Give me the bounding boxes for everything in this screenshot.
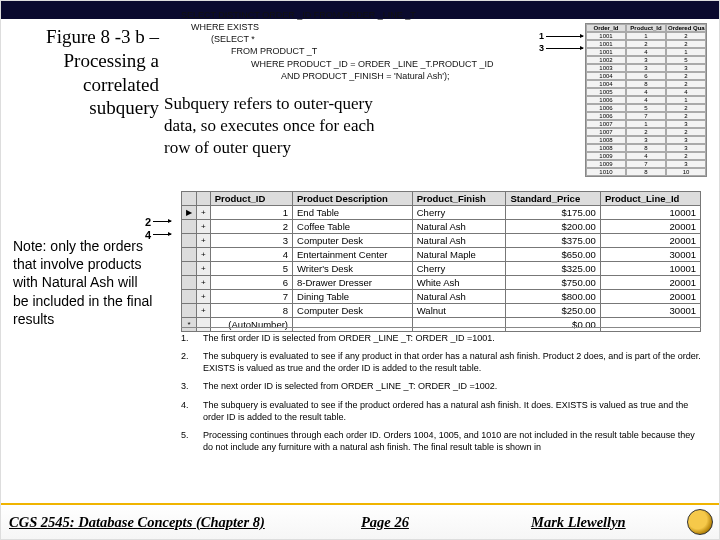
footer-page: Page 26: [361, 514, 531, 531]
table-cell: Natural Ash: [412, 220, 506, 234]
expand-icon: +: [197, 248, 211, 262]
table-cell: $375.00: [506, 234, 600, 248]
table-cell: $750.00: [506, 276, 600, 290]
table-row: 100112: [586, 32, 706, 40]
table-cell: 4: [626, 88, 666, 96]
table-cell: 7: [626, 160, 666, 168]
table-cell: $200.00: [506, 220, 600, 234]
table-row: +68-Drawer DresserWhite Ash$750.0020001: [182, 276, 701, 290]
table-cell: 8: [626, 144, 666, 152]
step-text: The subquery is evaluated to see if the …: [203, 399, 701, 423]
table-cell: 1008: [586, 136, 626, 144]
table-cell: 8-Drawer Dresser: [293, 276, 413, 290]
table-cell: Natural Ash: [412, 290, 506, 304]
col-header: Product_Finish: [412, 192, 506, 206]
table-cell: 2: [626, 128, 666, 136]
table-cell: Cherry: [412, 262, 506, 276]
table-cell: 4: [210, 248, 292, 262]
table-cell: 10001: [600, 206, 700, 220]
table-cell: 1001: [586, 32, 626, 40]
table-cell: 4: [626, 152, 666, 160]
expand-icon: +: [197, 262, 211, 276]
step-text: The next order ID is selected from ORDER…: [203, 380, 497, 392]
expand-icon: +: [197, 304, 211, 318]
step-number: 4.: [181, 399, 195, 423]
expand-icon: +: [197, 206, 211, 220]
sql-line: WHERE PRODUCT _ID = ORDER _LINE _T.PRODU…: [181, 58, 561, 70]
sql-line: SELECT DISTINCT ORDER _ID FROM ORDER _LI…: [181, 9, 561, 21]
table-row: 100141: [586, 48, 706, 56]
table-cell: 3: [626, 64, 666, 72]
table-row: 100722: [586, 128, 706, 136]
table-cell: 2: [666, 128, 706, 136]
step-text: The subquery is evaluated to see if any …: [203, 350, 701, 374]
step-number: 3.: [181, 380, 195, 392]
row-selector: ▶: [182, 206, 197, 220]
table-row: 100713: [586, 120, 706, 128]
col-header: Product_Id: [626, 24, 666, 32]
table-cell: 7: [210, 290, 292, 304]
table-row: 100122: [586, 40, 706, 48]
row-selector: [182, 262, 197, 276]
slide-footer: CGS 2545: Database Concepts (Chapter 8) …: [1, 503, 720, 539]
figure-title: Figure 8 -3 b – Processing a correlated …: [11, 25, 159, 120]
table-row: 100973: [586, 160, 706, 168]
table-cell: Coffee Table: [293, 220, 413, 234]
table-cell: 1008: [586, 144, 626, 152]
step-item: 1.The first order ID is selected from OR…: [181, 332, 701, 344]
table-cell: Walnut: [412, 304, 506, 318]
table-cell: 1005: [586, 88, 626, 96]
sql-line: FROM PRODUCT _T: [181, 45, 561, 57]
footer-author: Mark Llewellyn: [531, 514, 687, 531]
table-cell: 3: [666, 64, 706, 72]
table-cell: 1003: [586, 64, 626, 72]
row-selector-header: [182, 192, 197, 206]
title-line: Processing a: [11, 49, 159, 73]
arrow-label: 1: [539, 31, 544, 41]
table-row: 100544: [586, 88, 706, 96]
row-selector: [182, 234, 197, 248]
table-cell: 8: [626, 80, 666, 88]
step-text: Processing continues through each order …: [203, 429, 701, 453]
table-row: 100833: [586, 136, 706, 144]
arrow-label: 3: [539, 43, 544, 53]
step-text: The first order ID is selected from ORDE…: [203, 332, 495, 344]
table-cell: Writer's Desk: [293, 262, 413, 276]
table-cell: 3: [666, 136, 706, 144]
table-cell: 8: [210, 304, 292, 318]
table-cell: 4: [666, 88, 706, 96]
table-row: 100462: [586, 72, 706, 80]
footer-course: CGS 2545: Database Concepts (Chapter 8): [1, 514, 361, 531]
table-row: 100235: [586, 56, 706, 64]
table-row: +3Computer DeskNatural Ash$375.0020001: [182, 234, 701, 248]
table-cell: 1001: [586, 40, 626, 48]
table-cell: $325.00: [506, 262, 600, 276]
col-header: Standard_Price: [506, 192, 600, 206]
table-cell: 7: [626, 112, 666, 120]
table-cell: 3: [666, 144, 706, 152]
table-cell: 20001: [600, 234, 700, 248]
table-cell: 1006: [586, 104, 626, 112]
table-cell: 30001: [600, 304, 700, 318]
table-row: 100333: [586, 64, 706, 72]
row-selector: [182, 220, 197, 234]
table-cell: 2: [666, 152, 706, 160]
expand-icon: +: [197, 220, 211, 234]
table-cell: Cherry: [412, 206, 506, 220]
step-item: 5.Processing continues through each orde…: [181, 429, 701, 453]
table-cell: 1004: [586, 72, 626, 80]
table-row: +2Coffee TableNatural Ash$200.0020001: [182, 220, 701, 234]
sql-line: (SELECT *: [181, 33, 561, 45]
table-cell: Entertainment Center: [293, 248, 413, 262]
table-row: 100652: [586, 104, 706, 112]
col-header: Product_ID: [210, 192, 292, 206]
table-cell: 1001: [586, 48, 626, 56]
step-item: 2.The subquery is evaluated to see if an…: [181, 350, 701, 374]
col-header: Order_Id: [586, 24, 626, 32]
product-table: Product_ID Product Description Product_F…: [181, 191, 701, 332]
table-cell: 8: [626, 168, 666, 176]
table-cell: 20001: [600, 220, 700, 234]
processing-steps: 1.The first order ID is selected from OR…: [181, 327, 701, 459]
table-cell: 20001: [600, 290, 700, 304]
table-cell: Computer Desk: [293, 234, 413, 248]
